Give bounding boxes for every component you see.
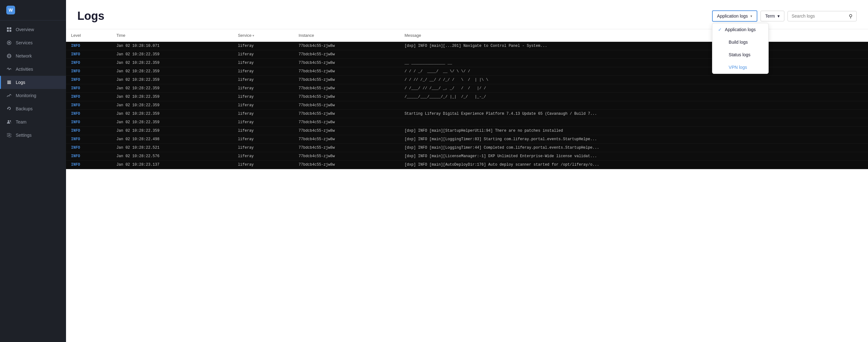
cell-service: liferay [233, 118, 293, 127]
col-header-service[interactable]: Service ▾ [233, 29, 293, 42]
cell-message: [dxp] INFO [main][LoggingTimer:83] Start… [400, 135, 868, 144]
sidebar-item-label-services: Services [16, 40, 33, 45]
sidebar-item-label-settings: Settings [16, 133, 32, 138]
cell-time: Jan 02 10:28:22.359 [111, 50, 232, 59]
cell-service: liferay [233, 152, 293, 161]
cell-message: /_____/___/_____/_/ |_| /_/ |_-_/ [400, 93, 868, 101]
cell-message [400, 50, 868, 59]
table-row: INFOJan 02 10:28:22.359liferay77bdcb4c55… [66, 93, 868, 101]
cell-time: Jan 02 10:28:22.359 [111, 110, 232, 118]
page-header: Logs Application logs ▾ ✓Application log… [66, 0, 868, 29]
col-label-time: Time [116, 33, 125, 38]
cell-instance: 77bdcb4c55-zjw8w [293, 84, 400, 93]
col-label-instance: Instance [299, 33, 314, 38]
cell-service: liferay [233, 127, 293, 135]
svg-point-13 [10, 120, 11, 122]
cell-level: INFO [66, 67, 111, 76]
cell-message: [dxp] INFO [main][AutoDeployDir:176] Aut… [400, 161, 868, 169]
cell-service: liferay [233, 110, 293, 118]
dropdown-item-status-logs[interactable]: Status logs [712, 49, 768, 61]
sidebar-item-label-backups: Backups [16, 106, 33, 111]
sidebar-item-settings[interactable]: Settings [0, 129, 66, 142]
main-content: Logs Application logs ▾ ✓Application log… [66, 0, 868, 342]
cell-message: [dxp] INFO [main][...201] Navigate to Co… [400, 42, 868, 50]
cell-message: Starting Liferay Digital Experience Plat… [400, 110, 868, 118]
cell-level: INFO [66, 84, 111, 93]
app-logo: W [0, 0, 66, 21]
active-indicator [0, 76, 1, 89]
cell-message: __ _______________ __ [400, 59, 868, 67]
cell-level: INFO [66, 161, 111, 169]
cell-level: INFO [66, 50, 111, 59]
term-label: Term [765, 13, 775, 19]
table-row: INFOJan 02 10:28:22.359liferay77bdcb4c55… [66, 127, 868, 135]
cell-service: liferay [233, 67, 293, 76]
dropdown-item-vpn-logs[interactable]: VPN logs [712, 61, 768, 73]
sidebar-item-logs[interactable]: Logs [0, 76, 66, 89]
sidebar-item-label-overview: Overview [16, 27, 34, 32]
sort-icon-service: ▾ [251, 34, 254, 37]
sidebar-item-monitoring[interactable]: Monitoring [0, 89, 66, 102]
chevron-down-icon: ▾ [750, 14, 752, 18]
cell-time: Jan 02 10:28:22.359 [111, 59, 232, 67]
cell-message: / / // /_/ __/ / /_/ / \ / | |\ \ [400, 76, 868, 84]
dropdown-item-label-status-logs: Status logs [729, 52, 750, 57]
sidebar-item-overview[interactable]: Overview [0, 23, 66, 36]
cell-instance: 77bdcb4c55-zjw8w [293, 93, 400, 101]
term-chevron-icon: ▾ [777, 13, 780, 19]
cell-service: liferay [233, 59, 293, 67]
svg-rect-11 [7, 83, 11, 84]
dropdown-item-build-logs[interactable]: Build logs [712, 36, 768, 49]
search-box: ⚲ [787, 11, 857, 21]
dropdown-items-container: ✓Application logsBuild logsStatus logsVP… [712, 23, 768, 73]
table-row: INFOJan 02 10:28:22.359liferay77bdcb4c55… [66, 118, 868, 127]
cell-message: [dxp] INFO [main][LoggingTimer:44] Compl… [400, 144, 868, 152]
sidebar-item-label-logs: Logs [16, 80, 25, 85]
cell-instance: 77bdcb4c55-zjw8w [293, 144, 400, 152]
logs-icon [6, 80, 12, 85]
page-title: Logs [78, 9, 104, 23]
search-input[interactable] [792, 13, 846, 19]
sidebar-navigation: OverviewServicesNetworkActivitiesLogsMon… [0, 23, 66, 142]
cell-level: INFO [66, 101, 111, 110]
svg-rect-9 [7, 81, 11, 82]
table-row: INFOJan 02 10:28:22.576liferay77bdcb4c55… [66, 152, 868, 161]
sidebar-item-team[interactable]: Team [0, 115, 66, 129]
sidebar-item-network[interactable]: Network [0, 49, 66, 63]
cell-instance: 77bdcb4c55-zjw8w [293, 101, 400, 110]
cell-level: INFO [66, 144, 111, 152]
cell-instance: 77bdcb4c55-zjw8w [293, 67, 400, 76]
cell-service: liferay [233, 101, 293, 110]
cell-time: Jan 02 10:28:22.359 [111, 101, 232, 110]
log-type-dropdown-button[interactable]: Application logs ▾ [712, 10, 757, 22]
cell-message: [dxp] INFO [main][LicenseManager:-1] DXP… [400, 152, 868, 161]
term-dropdown-button[interactable]: Term ▾ [761, 11, 784, 21]
svg-rect-0 [7, 27, 9, 29]
col-header-instance: Instance [293, 29, 400, 42]
dropdown-item-label-vpn-logs: VPN logs [729, 65, 747, 70]
table-row: INFOJan 02 10:28:22.359liferay77bdcb4c55… [66, 76, 868, 84]
cell-level: INFO [66, 127, 111, 135]
col-label-service: Service [238, 33, 251, 38]
cell-time: Jan 02 10:28:22.359 [111, 127, 232, 135]
network-icon [6, 53, 12, 59]
sidebar-item-backups[interactable]: Backups [0, 102, 66, 115]
cell-level: INFO [66, 118, 111, 127]
header-controls: Application logs ▾ ✓Application logsBuil… [712, 10, 857, 22]
col-header-time: Time [111, 29, 232, 42]
dropdown-item-application-logs[interactable]: ✓Application logs [712, 23, 768, 36]
cell-service: liferay [233, 84, 293, 93]
cell-instance: 77bdcb4c55-zjw8w [293, 42, 400, 50]
cell-time: Jan 02 10:28:22.359 [111, 76, 232, 84]
cell-time: Jan 02 10:28:22.498 [111, 135, 232, 144]
cell-time: Jan 02 10:28:22.359 [111, 118, 232, 127]
svg-point-12 [8, 120, 9, 122]
cell-service: liferay [233, 93, 293, 101]
cell-instance: 77bdcb4c55-zjw8w [293, 50, 400, 59]
cell-level: INFO [66, 76, 111, 84]
svg-rect-3 [9, 30, 11, 32]
sidebar-item-services[interactable]: Services [0, 36, 66, 49]
sidebar-item-activities[interactable]: Activities [0, 63, 66, 76]
logs-table-container: LevelTimeService ▾InstanceMessage INFOJa… [66, 29, 868, 342]
cell-time: Jan 02 10:28:10.071 [111, 42, 232, 50]
